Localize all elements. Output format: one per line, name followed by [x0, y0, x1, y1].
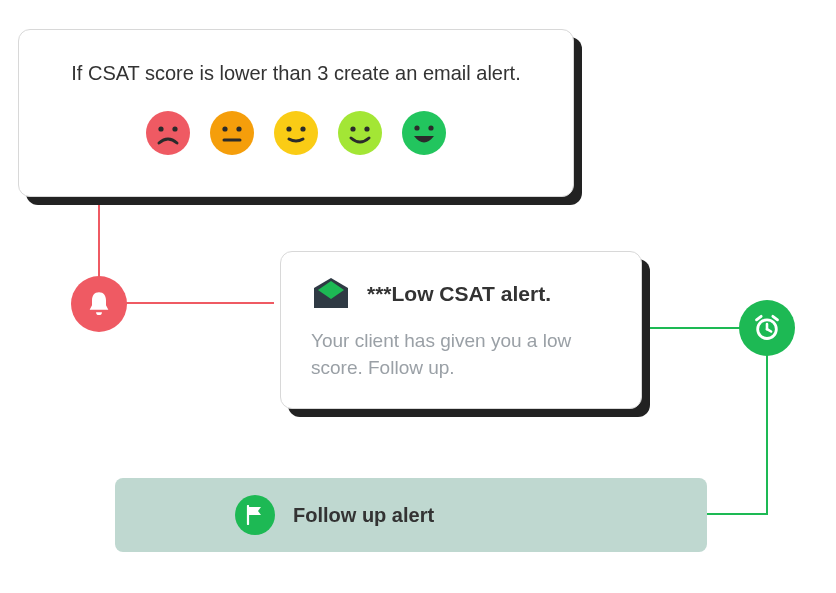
svg-line-21 — [757, 316, 762, 320]
svg-point-12 — [364, 126, 369, 131]
svg-line-22 — [773, 316, 778, 320]
svg-point-8 — [286, 126, 291, 131]
followup-title: Follow up alert — [293, 504, 434, 527]
svg-point-4 — [222, 126, 227, 131]
svg-point-5 — [236, 126, 241, 131]
bell-badge — [71, 276, 127, 332]
svg-point-11 — [350, 126, 355, 131]
bell-icon — [85, 290, 113, 318]
svg-point-2 — [172, 126, 177, 131]
envelope-icon — [311, 278, 351, 310]
svg-point-7 — [274, 111, 318, 155]
svg-line-20 — [767, 329, 771, 331]
alarm-clock-icon — [753, 314, 781, 342]
alert-body: Your client has given you a low score. F… — [311, 328, 611, 381]
alert-card: ***Low CSAT alert. Your client has given… — [280, 251, 642, 409]
flag-icon — [246, 505, 264, 525]
svg-point-1 — [158, 126, 163, 131]
svg-point-13 — [402, 111, 446, 155]
svg-point-0 — [146, 111, 190, 155]
face-1-sad-icon — [146, 111, 190, 155]
rule-card: If CSAT score is lower than 3 create an … — [18, 29, 574, 197]
followup-card: Follow up alert — [115, 478, 707, 552]
svg-point-10 — [338, 111, 382, 155]
csat-faces-row — [146, 111, 446, 155]
svg-point-3 — [210, 111, 254, 155]
face-4-happy-icon — [338, 111, 382, 155]
alert-title: ***Low CSAT alert. — [367, 282, 551, 306]
flag-badge — [235, 495, 275, 535]
face-2-neutral-icon — [210, 111, 254, 155]
svg-point-15 — [428, 125, 433, 130]
clock-badge — [739, 300, 795, 356]
rule-text: If CSAT score is lower than 3 create an … — [71, 62, 520, 85]
connector-to-followup — [707, 513, 768, 515]
face-5-very-happy-icon — [402, 111, 446, 155]
face-3-mild-icon — [274, 111, 318, 155]
connector-bell-to-alert — [118, 302, 274, 304]
svg-point-14 — [414, 125, 419, 130]
svg-point-9 — [300, 126, 305, 131]
